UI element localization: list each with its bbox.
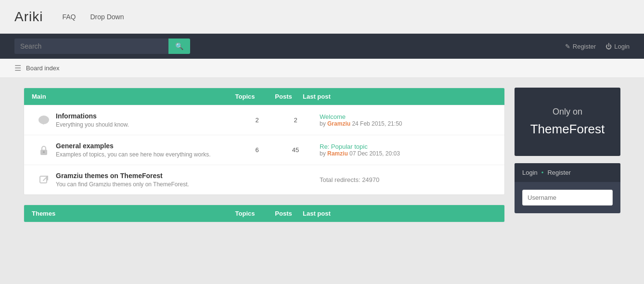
login-label: Login xyxy=(614,43,630,50)
register-button[interactable]: ✎ Register xyxy=(565,43,596,50)
search-button[interactable]: 🔍 xyxy=(168,39,190,54)
themes-lastpost-header: Last post xyxy=(303,210,497,217)
external-link-icon xyxy=(32,175,56,185)
forum-desc-themeforest: You can find Gramziu themes only on Them… xyxy=(56,181,238,188)
hamburger-icon[interactable]: ☰ xyxy=(14,64,21,73)
last-post-date-informations: 24 Feb 2015, 21:50 xyxy=(352,120,402,127)
login-button[interactable]: ⏻ Login xyxy=(605,43,630,50)
forum-posts-general: 45 xyxy=(276,146,315,154)
main-title: Main xyxy=(32,93,226,100)
last-post-by-general: by xyxy=(320,150,326,157)
last-post-themeforest: Total redirects: 24970 xyxy=(315,176,497,183)
breadcrumb-board-index[interactable]: Board index xyxy=(26,65,59,72)
sidebar-register-link[interactable]: Register xyxy=(547,169,570,176)
search-bar: 🔍 ✎ Register ⏻ Login xyxy=(0,34,644,59)
sidebar-promo: Only on ThemeForest xyxy=(515,88,620,156)
forum-title-general[interactable]: General examples xyxy=(56,142,238,150)
site-logo: Ariki xyxy=(14,9,43,25)
redirects-count: Total redirects: 24970 xyxy=(320,176,497,183)
last-post-general: Re: Popular topic by Ramziu 07 Dec 2015,… xyxy=(315,143,497,157)
main-forum-header: Main Topics Posts Last post xyxy=(24,88,504,105)
last-post-title-informations[interactable]: Welcome xyxy=(320,113,497,120)
sidebar-login-box: Login • Register xyxy=(515,163,620,213)
table-row: General examples Examples of topics, you… xyxy=(24,135,504,165)
themes-posts-header: Posts xyxy=(264,210,303,217)
forum-info-informations: Informations Everything you should know. xyxy=(56,112,238,128)
promo-line2: ThemeForest xyxy=(524,122,611,137)
main-topics-header: Topics xyxy=(226,93,264,100)
last-post-meta-general: by Ramziu 07 Dec 2015, 20:03 xyxy=(320,150,497,157)
themes-topics-header: Topics xyxy=(226,210,264,217)
forum-title-themeforest[interactable]: Gramziu themes on ThemeForest xyxy=(56,172,238,180)
sidebar: Only on ThemeForest Login • Register xyxy=(515,88,620,232)
last-post-author-general[interactable]: Ramziu xyxy=(327,150,348,157)
register-icon: ✎ xyxy=(565,43,570,50)
chat-bubble-icon xyxy=(32,114,56,127)
search-form: 🔍 xyxy=(14,39,190,54)
last-post-by-informations: by xyxy=(320,120,326,127)
forum-info-general: General examples Examples of topics, you… xyxy=(56,142,238,158)
svg-point-3 xyxy=(43,151,45,153)
table-row: Gramziu themes on ThemeForest You can fi… xyxy=(24,165,504,194)
sidebar-login-body xyxy=(515,182,620,213)
svg-marker-1 xyxy=(41,123,44,125)
last-post-author-informations[interactable]: Gramziu xyxy=(327,120,350,127)
header-actions: ✎ Register ⏻ Login xyxy=(565,43,630,50)
main-forum-section: Main Topics Posts Last post Informations… xyxy=(24,88,505,195)
forum-topics-informations: 2 xyxy=(238,116,276,124)
top-nav: Ariki FAQ Drop Down xyxy=(0,0,644,34)
main-content: Main Topics Posts Last post Informations… xyxy=(14,88,630,232)
last-post-informations: Welcome by Gramziu 24 Feb 2015, 21:50 xyxy=(315,113,497,127)
main-lastpost-header: Last post xyxy=(303,93,497,100)
forum-desc-general: Examples of topics, you can see here how… xyxy=(56,151,238,158)
themes-title: Themes xyxy=(32,210,226,217)
forum-desc-informations: Everything you should know. xyxy=(56,121,238,128)
username-input[interactable] xyxy=(522,190,613,206)
lock-icon xyxy=(32,144,56,156)
main-posts-header: Posts xyxy=(264,93,303,100)
search-input-wrap xyxy=(14,39,168,54)
breadcrumb-bar: ☰ Board index xyxy=(0,59,644,78)
svg-point-0 xyxy=(39,116,49,124)
search-input[interactable] xyxy=(20,42,163,50)
forum-posts-informations: 2 xyxy=(276,116,315,124)
register-label: Register xyxy=(573,43,596,50)
last-post-title-general[interactable]: Re: Popular topic xyxy=(320,143,497,150)
last-post-meta-informations: by Gramziu 24 Feb 2015, 21:50 xyxy=(320,120,497,127)
forum-area: Main Topics Posts Last post Informations… xyxy=(24,88,505,232)
separator-dot: • xyxy=(541,169,544,176)
table-row: Informations Everything you should know.… xyxy=(24,105,504,135)
nav-links: FAQ Drop Down xyxy=(62,13,124,21)
sidebar-login-header: Login • Register xyxy=(515,163,620,182)
sidebar-login-link[interactable]: Login xyxy=(522,169,538,176)
sidebar-promo-box: Only on ThemeForest xyxy=(515,88,620,156)
nav-faq[interactable]: FAQ xyxy=(62,13,76,21)
last-post-date-general: 07 Dec 2015, 20:03 xyxy=(349,150,400,157)
forum-info-themeforest: Gramziu themes on ThemeForest You can fi… xyxy=(56,172,238,188)
svg-rect-4 xyxy=(40,176,47,183)
nav-dropdown[interactable]: Drop Down xyxy=(90,13,124,21)
power-icon: ⏻ xyxy=(605,43,612,50)
forum-topics-general: 6 xyxy=(238,146,276,154)
themes-forum-section: Themes Topics Posts Last post xyxy=(24,205,505,222)
promo-line1: Only on xyxy=(524,107,611,117)
themes-forum-header: Themes Topics Posts Last post xyxy=(24,205,504,222)
forum-title-informations[interactable]: Informations xyxy=(56,112,238,120)
